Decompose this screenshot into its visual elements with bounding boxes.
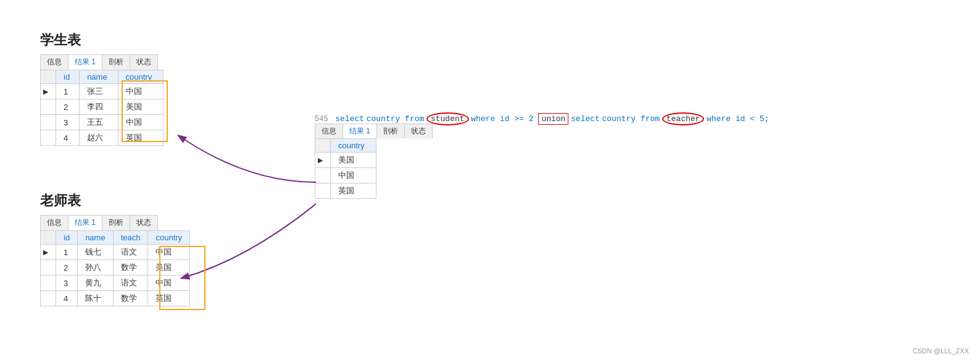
student-tab-result[interactable]: 结果 1 <box>69 55 102 70</box>
teacher-tab-info[interactable]: 信息 <box>41 216 69 230</box>
table-row: 3 黄九 语文 中国 <box>41 276 190 291</box>
table-row: 4 赵六 英国 <box>41 130 164 146</box>
result-tab-result1[interactable]: 结果 1 <box>343 124 377 138</box>
teacher-col-name: name <box>78 231 114 245</box>
teacher-tab-profile[interactable]: 剖析 <box>102 216 130 230</box>
result-col-country: country <box>331 139 376 153</box>
sql-student-circled: student <box>426 112 469 125</box>
arrow-to-student <box>179 136 316 182</box>
arrow-to-teacher <box>182 204 316 278</box>
sql-select1: select <box>335 114 364 124</box>
table-row: 英国 <box>315 183 376 199</box>
table-row: ▶ 1 钱七 语文 中国 <box>41 245 190 260</box>
student-tab-info[interactable]: 信息 <box>41 55 69 70</box>
teacher-col-teach: teach <box>113 231 148 245</box>
sql-select2: select <box>571 114 600 124</box>
table-row: ▶ 美国 <box>315 153 376 168</box>
table-row: 3 王五 中国 <box>41 115 164 130</box>
student-col-id: id <box>56 70 80 84</box>
sql-teacher-circled: teacher <box>662 112 705 125</box>
table-row: 4 陈十 数学 英国 <box>41 291 190 306</box>
teacher-col-id: id <box>56 231 78 245</box>
sql-where2: where id < 5; <box>707 114 769 124</box>
student-tab-bar: 信息 结果 1 剖析 状态 <box>40 54 158 70</box>
teacher-tab-bar: 信息 结果 1 剖析 状态 <box>40 215 158 230</box>
teacher-tab-result[interactable]: 结果 1 <box>69 216 102 230</box>
student-tab-status[interactable]: 状态 <box>130 55 157 70</box>
student-table: id name country ▶ 1 张三 中国 2 李四 美国 3 王五 <box>40 70 164 146</box>
sql-country2: country <box>602 114 640 124</box>
result-table: country ▶ 美国 中国 英国 <box>315 138 376 199</box>
teacher-tab-status[interactable]: 状态 <box>130 216 157 230</box>
result-tab-bar: 信息 结果 1 剖析 状态 <box>315 124 433 138</box>
result-tab-profile[interactable]: 剖析 <box>377 124 405 138</box>
table-row: ▶ 1 张三 中国 <box>41 84 164 99</box>
student-col-name: name <box>80 70 118 84</box>
sql-line-number: 545 <box>315 115 328 124</box>
sql-from1: from <box>405 114 424 124</box>
teacher-col-country: country <box>148 231 190 245</box>
table-row: 2 孙八 数学 美国 <box>41 260 190 276</box>
student-col-country: country <box>118 70 163 84</box>
sql-where1: where id >= 2 <box>471 114 538 124</box>
result-section: 信息 结果 1 剖析 状态 country ▶ 美国 中国 英国 <box>315 124 433 199</box>
student-tab-profile[interactable]: 剖析 <box>102 55 130 70</box>
student-title: 学生表 <box>40 31 164 49</box>
sql-country1: country <box>367 114 405 124</box>
teacher-title: 老师表 <box>40 192 190 210</box>
result-tab-status[interactable]: 状态 <box>405 124 432 138</box>
table-row: 2 李四 美国 <box>41 99 164 115</box>
result-tab-info[interactable]: 信息 <box>315 124 343 138</box>
teacher-section: 老师表 信息 结果 1 剖析 状态 id name teach country … <box>40 192 190 306</box>
table-row: 中国 <box>315 168 376 183</box>
teacher-table: id name teach country ▶ 1 钱七 语文 中国 2 孙八 … <box>40 230 190 306</box>
watermark: CSDN @LLL_ZXX <box>913 347 969 355</box>
sql-union-boxed: union <box>538 113 568 125</box>
sql-from2: from <box>641 114 660 124</box>
student-section: 学生表 信息 结果 1 剖析 状态 id name country ▶ 1 张三… <box>40 31 164 146</box>
